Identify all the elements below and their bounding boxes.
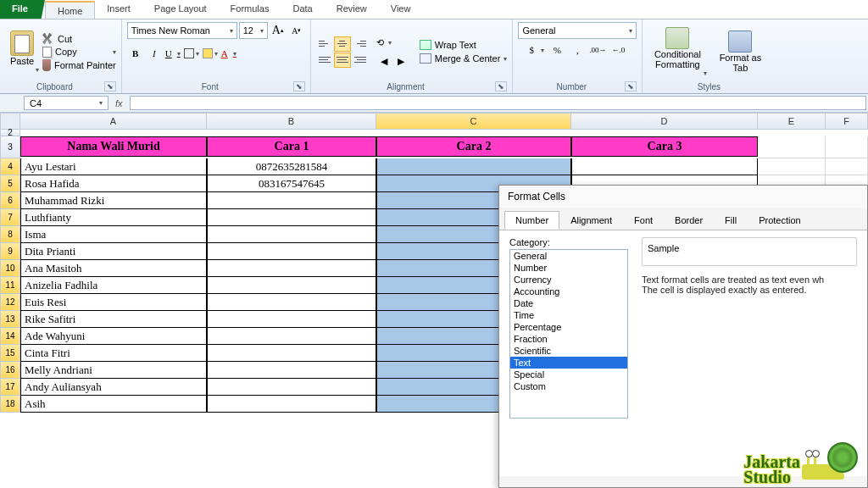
cell-name[interactable]: Luthfianty (20, 209, 207, 226)
cell-cara1[interactable] (207, 396, 376, 413)
tab-page-layout[interactable]: Page Layout (142, 0, 219, 19)
cell-name[interactable]: Muhammad Rizki (20, 192, 207, 209)
col-header-D[interactable]: D (571, 113, 758, 130)
borders-button[interactable]: ▾ (183, 45, 200, 62)
wrap-text-button[interactable]: Wrap Text (420, 40, 508, 50)
grow-font-button[interactable]: A▴ (270, 22, 287, 39)
font-size-combo[interactable]: 12▾ (239, 22, 268, 39)
dialog-tab-font[interactable]: Font (623, 211, 664, 230)
row-header-15[interactable]: 15 (0, 345, 20, 362)
row-header-13[interactable]: 13 (0, 311, 20, 328)
row-header-11[interactable]: 11 (0, 277, 20, 294)
tab-data[interactable]: Data (281, 0, 324, 19)
name-box[interactable]: C4▾ (24, 96, 108, 110)
conditional-formatting-button[interactable]: Conditional Formatting▾ (648, 27, 707, 77)
cell-name[interactable]: Isma (20, 226, 207, 243)
cell-cara1[interactable] (207, 328, 376, 345)
category-list[interactable]: GeneralNumberCurrencyAccountingDateTimeP… (509, 249, 628, 419)
dialog-tab-protection[interactable]: Protection (748, 211, 812, 230)
col-header-E[interactable]: E (758, 113, 826, 130)
dialog-launcher-icon[interactable]: ⬊ (625, 81, 637, 92)
row-header-5[interactable]: 5 (0, 175, 20, 192)
category-item-date[interactable]: Date (510, 297, 627, 309)
align-left-button[interactable] (316, 53, 333, 68)
category-item-special[interactable]: Special (510, 369, 627, 380)
row-header-3[interactable]: 3 (0, 136, 20, 158)
row-header-2[interactable]: 2 (0, 130, 20, 136)
dialog-tab-border[interactable]: Border (664, 211, 714, 230)
cell-cara1[interactable] (207, 192, 376, 209)
cell-cara1[interactable] (207, 345, 376, 362)
cut-button[interactable]: Cut (42, 33, 116, 45)
row-header-18[interactable]: 18 (0, 396, 20, 413)
select-all-corner[interactable] (0, 113, 20, 130)
row-header-4[interactable]: 4 (0, 158, 20, 175)
cell-name[interactable]: Asih (20, 396, 207, 413)
cell-cara1[interactable] (207, 243, 376, 260)
cell-name[interactable]: Ade Wahyuni (20, 328, 207, 345)
decrease-decimal-button[interactable]: ←.0 (609, 42, 626, 58)
col-header-B[interactable]: B (207, 113, 376, 130)
category-item-number[interactable]: Number (510, 262, 627, 274)
row-header-9[interactable]: 9 (0, 243, 20, 260)
fx-label[interactable]: fx (110, 94, 128, 112)
tab-insert[interactable]: Insert (95, 0, 142, 19)
align-top-center-button[interactable] (334, 36, 351, 52)
category-item-text[interactable]: Text (510, 357, 627, 369)
align-right-button[interactable] (352, 53, 369, 68)
category-item-percentage[interactable]: Percentage (510, 321, 627, 333)
increase-decimal-button[interactable]: .00→ (589, 42, 606, 58)
format-painter-button[interactable]: Format Painter (42, 59, 116, 71)
cell-cara1[interactable] (207, 362, 376, 379)
dialog-tab-fill[interactable]: Fill (714, 211, 748, 230)
category-item-custom[interactable]: Custom (510, 380, 627, 392)
font-color-button[interactable]: A▾ (220, 45, 237, 62)
col-header-C[interactable]: C (376, 113, 571, 130)
dialog-tab-alignment[interactable]: Alignment (559, 211, 623, 230)
category-item-time[interactable]: Time (510, 309, 627, 321)
cell-name[interactable]: Melly Andriani (20, 362, 207, 379)
cell-cara1[interactable] (207, 226, 376, 243)
cell-name[interactable]: Euis Resi (20, 294, 207, 311)
row-header-10[interactable]: 10 (0, 260, 20, 277)
cell-cara3[interactable] (571, 158, 758, 175)
cell-cara1[interactable]: 0872635281584 (207, 158, 376, 175)
merge-center-button[interactable]: Merge & Center▾ (420, 53, 508, 64)
align-top-left-button[interactable] (316, 36, 333, 52)
cell-name[interactable]: Rike Safitri (20, 311, 207, 328)
decrease-indent-button[interactable]: ◀ (376, 53, 392, 69)
row-header-17[interactable]: 17 (0, 379, 20, 396)
cell-cara2[interactable] (376, 158, 571, 175)
cell-cara1[interactable] (207, 379, 376, 396)
cell-cara1[interactable] (207, 311, 376, 328)
underline-button[interactable]: U▾ (164, 45, 181, 62)
cell-name[interactable]: Cinta Fitri (20, 345, 207, 362)
row-header-16[interactable]: 16 (0, 362, 20, 379)
dialog-launcher-icon[interactable]: ⬊ (495, 81, 507, 92)
bold-button[interactable]: B (127, 45, 144, 62)
col-header-A[interactable]: A (20, 113, 207, 130)
copy-button[interactable]: Copy▾ (42, 47, 116, 58)
number-format-combo[interactable]: General▾ (518, 22, 637, 39)
percent-button[interactable]: % (548, 42, 565, 58)
cell-name[interactable]: Rosa Hafida (20, 175, 207, 192)
formula-input[interactable] (130, 96, 866, 110)
dialog-launcher-icon[interactable]: ⬊ (104, 81, 116, 92)
dialog-tab-number[interactable]: Number (504, 211, 559, 230)
header-cara2[interactable]: Cara 2 (376, 136, 571, 157)
tab-file[interactable]: File (0, 0, 45, 19)
row-header-8[interactable]: 8 (0, 226, 20, 243)
col-header-F[interactable]: F (826, 113, 868, 130)
header-name[interactable]: Nama Wali Murid (20, 136, 207, 157)
cell-name[interactable]: Dita Prianti (20, 243, 207, 260)
orientation-button[interactable]: ⟲▾ (376, 34, 392, 51)
cell-name[interactable]: Ana Masitoh (20, 260, 207, 277)
currency-button[interactable]: $▾ (528, 42, 545, 58)
tab-home[interactable]: Home (45, 1, 95, 19)
category-item-fraction[interactable]: Fraction (510, 333, 627, 345)
category-item-accounting[interactable]: Accounting (510, 286, 627, 297)
align-top-right-button[interactable] (352, 36, 369, 52)
header-cara1[interactable]: Cara 1 (207, 136, 376, 157)
italic-button[interactable]: I (146, 45, 163, 62)
shrink-font-button[interactable]: A▾ (288, 22, 305, 39)
